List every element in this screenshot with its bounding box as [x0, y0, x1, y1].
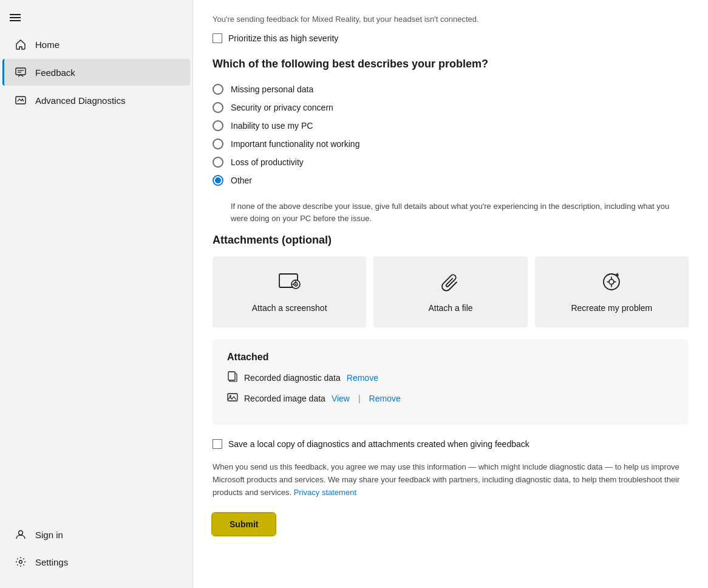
svg-point-12 — [604, 274, 619, 290]
sidebar-item-label: Advanced Diagnostics — [35, 95, 125, 106]
sidebar-item-home[interactable]: Home — [2, 31, 190, 58]
attachment-buttons: Attach a screenshot Attach a file Re — [213, 256, 689, 327]
img-view-link[interactable]: View — [332, 394, 350, 403]
radio-inability[interactable]: Inability to use my PC — [213, 118, 689, 134]
home-icon — [15, 38, 27, 50]
save-copy-label: Save a local copy of diagnostics and att… — [228, 439, 529, 449]
radio-productivity[interactable]: Loss of productivity — [213, 154, 689, 170]
settings-icon — [15, 556, 27, 568]
priority-row: Prioritize this as high severity — [213, 33, 689, 43]
attach-screenshot-icon — [277, 271, 302, 296]
sidebar-item-feedback[interactable]: Feedback — [2, 59, 190, 86]
recreate-label: Recreate my problem — [571, 303, 652, 313]
radio-security[interactable]: Security or privacy concern — [213, 100, 689, 115]
diag-icon — [227, 371, 238, 385]
problem-question: Which of the following best describes yo… — [213, 58, 689, 70]
attachments-title: Attachments (optional) — [213, 234, 689, 247]
img-name: Recorded image data — [244, 394, 325, 403]
radio-label-functionality: Important functionality not working — [231, 139, 359, 149]
attach-file-button[interactable]: Attach a file — [373, 256, 527, 327]
img-icon — [227, 392, 238, 405]
privacy-link[interactable]: Privacy statement — [294, 488, 356, 497]
svg-point-13 — [609, 279, 614, 284]
attach-screenshot-button[interactable]: Attach a screenshot — [213, 256, 366, 327]
radio-label-other: Other — [231, 176, 252, 185]
radio-circle-security — [213, 102, 223, 113]
problem-radio-group: Missing personal data Security or privac… — [213, 81, 689, 188]
save-copy-checkbox[interactable] — [213, 439, 222, 449]
radio-label-inability: Inability to use my PC — [231, 121, 313, 131]
radio-circle-other — [213, 175, 223, 186]
attach-screenshot-label: Attach a screenshot — [252, 303, 327, 313]
attach-file-label: Attach a file — [428, 303, 472, 313]
hamburger-menu[interactable] — [0, 5, 192, 30]
feedback-icon — [15, 66, 27, 78]
sidebar-item-settings[interactable]: Settings — [2, 549, 190, 575]
sidebar-item-advanced[interactable]: Advanced Diagnostics — [2, 87, 190, 114]
sidebar: Home Feedback Advanced Diagnostics — [0, 0, 193, 588]
sidebar-bottom: Sign in Settings — [0, 521, 192, 588]
sidebar-item-label: Home — [35, 39, 60, 50]
other-description: If none of the above describe your issue… — [231, 200, 689, 224]
svg-point-5 — [19, 561, 22, 564]
recreate-icon — [599, 271, 624, 296]
svg-rect-14 — [228, 372, 235, 380]
radio-circle-productivity — [213, 157, 223, 168]
sidebar-item-signin[interactable]: Sign in — [2, 521, 190, 548]
radio-circle-functionality — [213, 138, 223, 149]
radio-functionality[interactable]: Important functionality not working — [213, 136, 689, 152]
radio-circle-inability — [213, 120, 223, 131]
radio-label-security: Security or privacy concern — [231, 103, 333, 112]
signin-icon — [15, 528, 27, 541]
sidebar-item-label: Sign in — [35, 530, 63, 540]
attached-title: Attached — [227, 352, 674, 363]
main-content: You're sending feedback for Mixed Realit… — [193, 0, 708, 588]
svg-point-4 — [19, 531, 23, 535]
diag-name: Recorded diagnostic data — [244, 373, 341, 383]
svg-point-16 — [230, 395, 231, 397]
svg-rect-0 — [16, 68, 26, 75]
img-remove-link[interactable]: Remove — [369, 394, 401, 403]
sidebar-item-label: Feedback — [35, 67, 75, 78]
attach-file-icon — [440, 271, 461, 296]
attached-section: Attached Recorded diagnostic data Remove… — [213, 340, 689, 425]
priority-checkbox[interactable] — [213, 33, 222, 43]
notice-text: You're sending feedback for Mixed Realit… — [213, 15, 689, 24]
attached-item-diag: Recorded diagnostic data Remove — [227, 371, 674, 385]
radio-label-productivity: Loss of productivity — [231, 157, 304, 167]
legal-text: When you send us this feedback, you agre… — [213, 461, 689, 499]
sidebar-item-label: Settings — [35, 557, 68, 567]
recreate-problem-button[interactable]: Recreate my problem — [535, 256, 689, 327]
save-copy-row: Save a local copy of diagnostics and att… — [213, 439, 689, 449]
radio-label-missing: Missing personal data — [231, 84, 313, 94]
diagnostics-icon — [15, 94, 27, 106]
diag-remove-link[interactable]: Remove — [347, 373, 378, 383]
submit-button[interactable]: Submit — [213, 513, 275, 535]
radio-missing[interactable]: Missing personal data — [213, 81, 689, 97]
attached-item-img: Recorded image data View | Remove — [227, 392, 674, 405]
priority-label: Prioritize this as high severity — [228, 33, 338, 43]
radio-circle-missing — [213, 84, 223, 95]
svg-point-9 — [294, 284, 296, 285]
radio-other[interactable]: Other — [213, 173, 689, 188]
